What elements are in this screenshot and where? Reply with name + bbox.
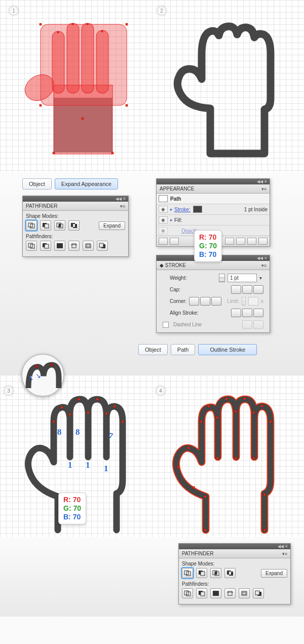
stroke-title: ◆ STROKE▾≡ [157, 261, 270, 270]
trim-icon[interactable] [196, 588, 207, 598]
disclosure-icon[interactable]: ▸ [170, 207, 173, 212]
crop-icon[interactable] [224, 588, 236, 598]
crop-icon[interactable] [68, 241, 80, 251]
svg-rect-68 [204, 529, 206, 531]
trim-icon[interactable] [40, 241, 51, 251]
visibility-toggle-stroke[interactable]: ◉ [159, 206, 168, 213]
stroke-link[interactable]: Stroke: [174, 207, 191, 212]
outline-stroke-button[interactable]: Outline Stroke [198, 344, 257, 355]
annot-1c: 1 [104, 464, 108, 474]
exclude-icon[interactable] [224, 568, 236, 578]
svg-rect-10 [40, 104, 42, 106]
divide-icon[interactable] [26, 241, 37, 251]
svg-rect-69 [263, 529, 265, 531]
visibility-toggle-opacity[interactable]: ◉ [159, 227, 168, 234]
svg-rect-64 [177, 466, 179, 468]
divide-icon[interactable] [182, 588, 193, 598]
path-menu-button[interactable]: Path [171, 344, 196, 355]
svg-rect-12 [53, 152, 55, 154]
annot-1a: 1 [68, 460, 72, 470]
svg-rect-39 [99, 243, 103, 247]
svg-rect-50 [122, 421, 124, 423]
hand-outlined-stroke [157, 385, 294, 537]
svg-rect-33 [57, 243, 63, 248]
panel-chrome: ◀◀✕ [179, 544, 290, 549]
new-icon[interactable] [247, 238, 256, 245]
minus-front-icon[interactable] [40, 220, 51, 231]
svg-rect-34 [72, 244, 76, 248]
visibility-toggle-fill[interactable]: ◉ [159, 216, 168, 223]
trash-icon[interactable] [258, 238, 268, 245]
svg-rect-51 [208, 405, 210, 407]
cap-options[interactable] [231, 285, 263, 294]
merge-icon[interactable] [210, 588, 221, 598]
limit-spinner [242, 297, 246, 306]
footer-icon[interactable] [159, 238, 168, 245]
svg-rect-67 [263, 494, 265, 496]
canvas-row-2: 1 ↘ 3 8 8 7 1 1 1 R: 70 G: 70 B: 70 [0, 375, 304, 537]
svg-rect-22 [45, 224, 49, 228]
svg-rect-76 [215, 572, 217, 575]
svg-rect-85 [228, 591, 232, 595]
canvas-2: 2 [152, 0, 304, 172]
merge-icon[interactable] [54, 241, 65, 251]
unite-icon[interactable] [182, 568, 193, 578]
svg-rect-63 [187, 447, 189, 449]
canvas-4: 4 [152, 375, 304, 537]
align-stroke-options[interactable] [231, 309, 263, 317]
fill-link[interactable]: Fill: [174, 217, 182, 223]
outline-icon[interactable] [83, 241, 94, 251]
expand-appearance-button[interactable]: Expand Appearance [55, 178, 118, 190]
svg-rect-49 [105, 412, 107, 414]
svg-rect-58 [253, 411, 255, 413]
panel-menu-icon[interactable]: ▾≡ [120, 204, 125, 209]
annot-8a: 8 [57, 427, 62, 437]
svg-rect-4 [52, 31, 64, 93]
pathfinder-expand-button[interactable]: Expand [99, 221, 125, 230]
appearance-title: APPEARANCE▾≡ [157, 184, 270, 194]
svg-rect-52 [225, 398, 227, 400]
pathfinders-label: Pathfinders: [26, 234, 125, 239]
svg-rect-60 [216, 457, 218, 459]
weight-spinner[interactable] [219, 274, 225, 282]
outline-icon[interactable] [239, 588, 250, 598]
intersect-icon[interactable] [210, 568, 221, 578]
weight-label: Weight: [163, 275, 187, 281]
shape-modes-label-2: Shape Modes: [182, 561, 287, 566]
dashed-label: Dashed Line [173, 322, 202, 327]
svg-rect-53 [244, 398, 246, 400]
svg-rect-14 [57, 31, 59, 33]
svg-rect-32 [45, 244, 49, 248]
svg-rect-47 [69, 413, 71, 415]
object-menu-button-2[interactable]: Object [138, 344, 168, 355]
minus-back-icon[interactable] [253, 588, 264, 598]
footer-icon[interactable] [170, 238, 179, 245]
weight-field[interactable]: 1 pt [227, 274, 257, 282]
exclude-icon[interactable] [68, 220, 80, 231]
hand-outline-closed [157, 9, 289, 161]
minus-front-icon[interactable] [196, 568, 207, 578]
intersect-icon[interactable] [54, 220, 65, 231]
dashed-checkbox[interactable] [163, 322, 169, 328]
stroke-swatch[interactable] [193, 206, 202, 213]
fx-icon[interactable] [225, 238, 234, 245]
svg-rect-8 [40, 23, 42, 25]
svg-rect-44 [96, 398, 98, 400]
panel-menu-icon[interactable]: ▾≡ [261, 263, 267, 268]
pathfinder-expand-button-2[interactable]: Expand [261, 569, 287, 578]
panel-menu-icon[interactable]: ▾≡ [261, 186, 267, 192]
object-menu-button[interactable]: Object [22, 178, 52, 190]
minus-back-icon[interactable] [97, 241, 108, 251]
pathfinder-title-2: PATHFINDER▾≡ [179, 549, 290, 558]
corner-options[interactable] [189, 297, 221, 306]
disclosure-icon[interactable]: ▸ [170, 217, 173, 222]
svg-rect-79 [229, 572, 231, 575]
panel-menu-icon[interactable]: ▾≡ [282, 551, 287, 556]
clear-icon[interactable] [236, 238, 245, 245]
stroke-value: 1 pt Inside [244, 207, 268, 212]
panel-chrome: ◀◀✕ [23, 196, 128, 202]
svg-rect-17 [101, 30, 103, 32]
unite-icon[interactable] [26, 220, 37, 231]
pathfinder-panel: ◀◀✕ PATHFINDER▾≡ Shape Modes: Expand Pat… [22, 196, 129, 257]
svg-rect-11 [126, 104, 128, 106]
